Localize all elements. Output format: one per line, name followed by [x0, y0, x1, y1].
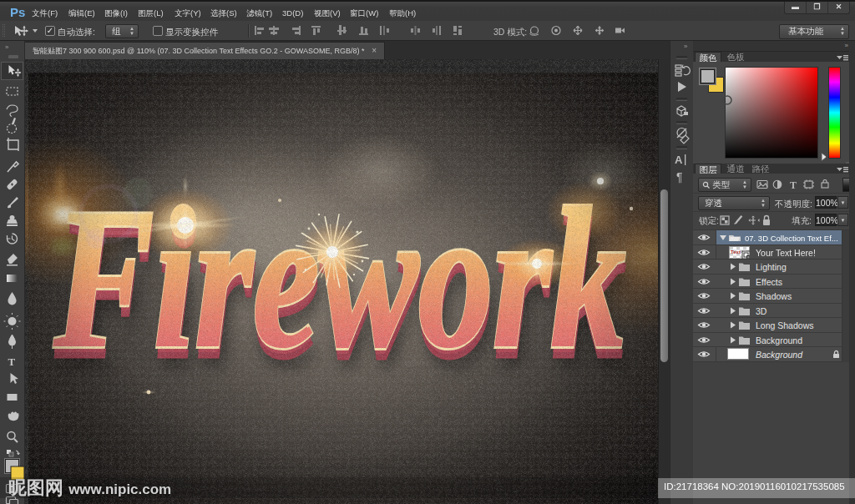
svg-text:»: »	[684, 43, 688, 50]
svg-text:»: »	[5, 43, 9, 51]
svg-text:T: T	[8, 355, 16, 368]
svg-text:Text: Text	[731, 249, 741, 255]
svg-text:¶: ¶	[676, 170, 683, 184]
svg-text:A: A	[675, 154, 683, 166]
svg-text:T: T	[790, 179, 797, 189]
